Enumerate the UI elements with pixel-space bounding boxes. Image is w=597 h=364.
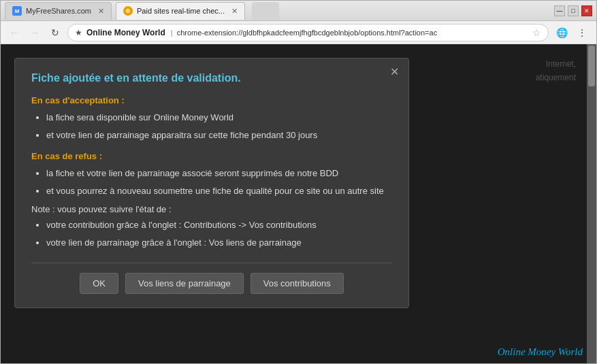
paid-sites-favicon: ⚙ — [123, 6, 133, 16]
maximize-button[interactable]: □ — [568, 5, 579, 16]
minimize-button[interactable]: — — [554, 5, 565, 16]
tab-paid-sites-close[interactable]: ✕ — [231, 7, 238, 16]
new-tab-area[interactable] — [252, 2, 279, 20]
scrollbar-thumb[interactable] — [588, 46, 595, 86]
modal-title: Fiche ajoutée et en attente de validatio… — [31, 72, 392, 84]
vos-contributions-button[interactable]: Vos contributions — [251, 273, 344, 294]
address-separator: | — [171, 29, 173, 37]
refusal-list: la fiche et votre lien de parrainage ass… — [46, 167, 392, 197]
acceptance-label: En cas d'acceptation : — [31, 95, 392, 105]
note-item-2: votre lien de parrainage grâce à l'ongle… — [46, 236, 392, 250]
tabs-container: M MyFreeShares.com ✕ ⚙ Paid sites real-t… — [5, 2, 554, 20]
scrollbar-track[interactable] — [587, 44, 596, 363]
back-button[interactable]: ← — [6, 24, 22, 41]
vos-liens-button[interactable]: Vos liens de parrainage — [125, 273, 244, 294]
title-bar: M MyFreeShares.com ✕ ⚙ Paid sites real-t… — [1, 1, 596, 21]
address-url: chrome-extension://gldbfhpkadcfeemjfhgfb… — [177, 29, 438, 37]
watermark: Online Money World — [498, 346, 583, 358]
ok-button[interactable]: OK — [80, 273, 118, 294]
forward-button[interactable]: → — [27, 24, 43, 41]
tab-paid-sites-label: Paid sites real-time chec... — [137, 7, 225, 15]
acceptance-item-1: la fiche sera disponible sur Online Mone… — [46, 111, 392, 125]
modal-footer: OK Vos liens de parrainage Vos contribut… — [31, 263, 392, 294]
modal-overlay: ✕ Fiche ajoutée et en attente de validat… — [1, 44, 596, 363]
bookmark-star-icon[interactable]: ☆ — [532, 27, 541, 38]
close-button[interactable]: ✕ — [581, 5, 592, 16]
page-content: la fic... la de... ni de... la de... pub… — [1, 44, 596, 363]
refusal-item-1: la fiche et votre lien de parrainage ass… — [46, 167, 392, 180]
refresh-button[interactable]: ↻ — [47, 24, 63, 41]
modal-close-button[interactable]: ✕ — [390, 65, 399, 78]
address-shield-icon: ★ — [75, 28, 82, 37]
myfreeshares-favicon: M — [12, 6, 22, 16]
tab-myfreeshares-close[interactable]: ✕ — [98, 7, 104, 16]
tab-myfreeshares[interactable]: M MyFreeShares.com ✕ — [5, 2, 112, 20]
address-site-name: Online Money World — [86, 28, 165, 37]
note-list: votre contribution grâce à l'onglet : Co… — [46, 218, 392, 249]
nav-bar: ← → ↻ ★ Online Money World | chrome-exte… — [1, 21, 596, 44]
address-bar[interactable]: ★ Online Money World | chrome-extension:… — [67, 24, 549, 42]
browser-frame: M MyFreeShares.com ✕ ⚙ Paid sites real-t… — [0, 0, 597, 364]
tab-myfreeshares-label: MyFreeShares.com — [26, 7, 91, 15]
note-item-1: votre contribution grâce à l'onglet : Co… — [46, 218, 392, 232]
window-controls: — □ ✕ — [554, 5, 592, 16]
tab-paid-sites[interactable]: ⚙ Paid sites real-time chec... ✕ — [116, 2, 245, 20]
refusal-item-2: et vous pourrez à nouveau soumettre une … — [46, 184, 392, 198]
modal-dialog: ✕ Fiche ajoutée et en attente de validat… — [14, 58, 409, 308]
acceptance-list: la fiche sera disponible sur Online Mone… — [46, 111, 392, 142]
menu-icon[interactable]: ⋮ — [573, 24, 591, 42]
refusal-label: En cas de refus : — [31, 151, 392, 161]
globe-icon[interactable]: 🌐 — [553, 24, 570, 42]
acceptance-item-2: et votre lien de parrainage apparaitra s… — [46, 129, 392, 142]
nav-right-icons: 🌐 ⋮ — [553, 24, 591, 42]
note-text: Note : vous pouvez suivre l'état de : — [31, 204, 392, 214]
